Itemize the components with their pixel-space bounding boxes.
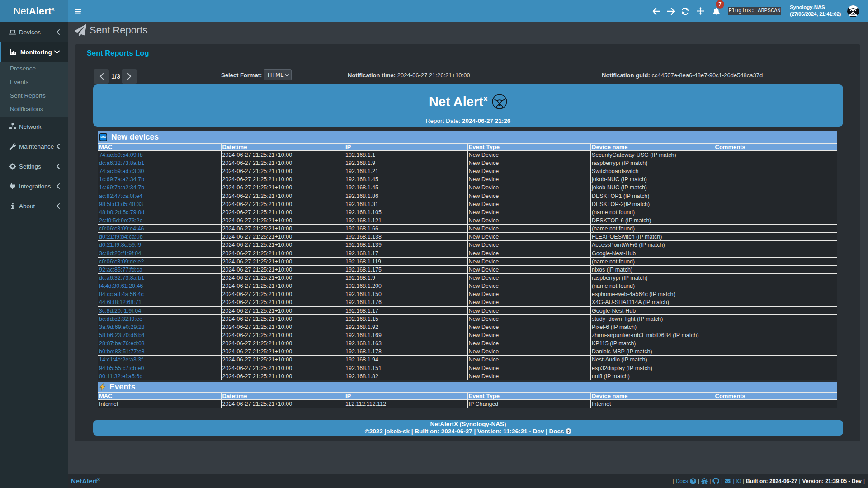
- svg-text:?: ?: [567, 429, 570, 434]
- svg-text:NEW: NEW: [100, 136, 106, 139]
